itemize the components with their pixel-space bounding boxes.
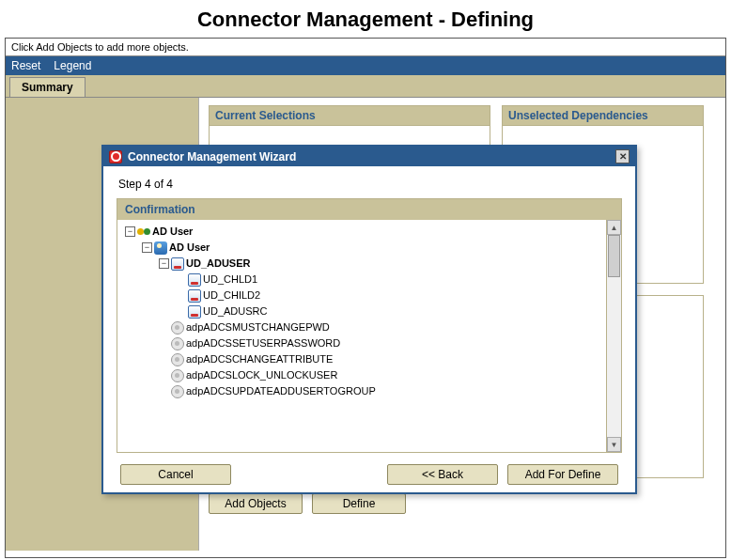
form-icon	[188, 305, 201, 319]
tree-node[interactable]: adpADCSCHANGEATTRIBUTE	[159, 351, 602, 367]
scroll-thumb[interactable]	[608, 235, 620, 277]
confirmation-panel: Confirmation −AD User−AD User−UD_ADUSERU…	[117, 198, 622, 453]
add-objects-button[interactable]: Add Objects	[209, 493, 303, 514]
define-button[interactable]: Define	[312, 493, 406, 514]
tree-view[interactable]: −AD User−AD User−UD_ADUSERUD_CHLD1UD_CHI…	[117, 220, 606, 452]
adapter-icon	[171, 337, 184, 350]
form-icon	[171, 257, 184, 271]
tree-node[interactable]: UD_ADUSRC	[176, 303, 602, 319]
hint-text: Click Add Objects to add more objects.	[6, 39, 725, 56]
adapter-icon	[171, 369, 184, 382]
menu-reset[interactable]: Reset	[11, 59, 40, 72]
menubar: Reset Legend	[6, 56, 725, 75]
tree-node[interactable]: UD_CHILD2	[176, 288, 602, 303]
tree-node-label: AD User	[169, 240, 210, 256]
tree-node-label: adpADCSUPDATEADDUSERTOGROUP	[186, 383, 376, 399]
adapter-icon	[171, 385, 184, 398]
form-icon	[188, 273, 201, 287]
wizard-button-row: Cancel << Back Add For Define	[117, 453, 622, 485]
tree-node-label: UD_CHLD1	[203, 272, 257, 288]
tree-node-label: UD_CHILD2	[203, 288, 260, 303]
tree-node-label: adpADCSMUSTCHANGEPWD	[186, 319, 330, 335]
app-window: Click Add Objects to add more objects. R…	[5, 38, 726, 558]
tree-node[interactable]: UD_CHLD1	[176, 272, 602, 288]
tree-node-label: adpADCSCHANGEATTRIBUTE	[186, 351, 333, 367]
group-icon	[137, 226, 150, 239]
tree-node[interactable]: adpADCSLOCK_UNLOCKUSER	[159, 367, 602, 383]
collapse-icon[interactable]: −	[125, 226, 135, 237]
scroll-up-icon[interactable]: ▲	[607, 220, 621, 235]
confirmation-header: Confirmation	[117, 199, 621, 220]
form-icon	[188, 289, 201, 303]
close-icon[interactable]: ✕	[615, 149, 630, 163]
tab-bar: Summary	[6, 75, 725, 98]
wizard-dialog: Connector Management Wizard ✕ Step 4 of …	[101, 145, 637, 494]
add-for-define-button[interactable]: Add For Define	[507, 464, 618, 485]
tree-node[interactable]: −AD User	[125, 224, 602, 240]
wizard-step-label: Step 4 of 4	[117, 176, 622, 198]
back-button[interactable]: << Back	[387, 464, 498, 485]
tree-node[interactable]: −UD_ADUSER	[159, 256, 602, 272]
tab-summary[interactable]: Summary	[9, 77, 86, 97]
wizard-content: Step 4 of 4 Confirmation −AD User−AD Use…	[103, 166, 635, 492]
tree-node[interactable]: adpADCSUPDATEADDUSERTOGROUP	[159, 383, 602, 399]
menu-legend[interactable]: Legend	[54, 59, 91, 72]
page-title: Connector Management - Defining	[0, 0, 731, 38]
collapse-icon[interactable]: −	[159, 258, 169, 269]
adapter-icon	[171, 353, 184, 366]
user-icon	[154, 241, 167, 255]
tree-node[interactable]: adpADCSMUSTCHANGEPWD	[159, 319, 602, 335]
adapter-icon	[171, 321, 184, 334]
tree-node[interactable]: adpADCSSETUSERPASSWORD	[159, 335, 602, 351]
panel-header-unselected-dependencies: Unselected Dependencies	[503, 106, 703, 126]
tree-node-label: adpADCSLOCK_UNLOCKUSER	[186, 367, 337, 383]
scroll-down-icon[interactable]: ▼	[607, 437, 621, 452]
scrollbar[interactable]: ▲ ▼	[606, 220, 621, 452]
tree-node-label: adpADCSSETUSERPASSWORD	[186, 335, 340, 351]
wizard-titlebar[interactable]: Connector Management Wizard ✕	[103, 147, 635, 166]
oracle-icon	[109, 150, 122, 163]
panel-header-current-selections: Current Selections	[210, 106, 490, 126]
tree-node-label: UD_ADUSRC	[203, 303, 267, 319]
wizard-title-text: Connector Management Wizard	[128, 150, 296, 163]
tree-node-label: UD_ADUSER	[186, 256, 250, 272]
tree-node[interactable]: −AD User	[142, 240, 602, 256]
tree-node-label: AD User	[152, 224, 193, 240]
cancel-button[interactable]: Cancel	[120, 464, 231, 485]
collapse-icon[interactable]: −	[142, 242, 152, 253]
